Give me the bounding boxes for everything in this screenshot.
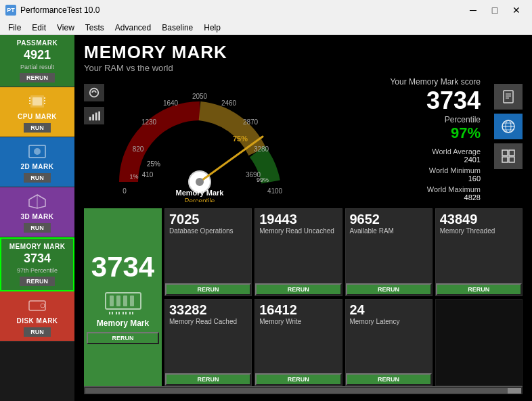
menu-edit[interactable]: Edit (26, 22, 51, 34)
export-icon-button[interactable] (494, 84, 523, 110)
scrollbar-thumb[interactable] (508, 388, 521, 394)
svg-text:75%: 75% (233, 135, 248, 143)
3d-icon (24, 191, 51, 212)
2d-label: 2D MARK (20, 163, 53, 170)
main-tile-label: Memory Mark (97, 319, 149, 328)
svg-point-9 (34, 148, 41, 155)
gauge-container: 0 410 820 1230 1640 2050 2460 2870 (115, 77, 284, 199)
memory-score: 3734 (24, 252, 51, 266)
svg-rect-47 (502, 150, 508, 156)
tile-mem-read-cached-rerun[interactable]: RERUN (165, 373, 251, 385)
disk-run-button[interactable]: RUN (24, 327, 51, 337)
svg-rect-1 (32, 97, 42, 105)
tile-mem-latency-rerun[interactable]: RERUN (346, 373, 432, 385)
grid-icon-button[interactable] (494, 143, 523, 169)
svg-text:3280: 3280 (254, 145, 269, 153)
passmark-rerun-button[interactable]: RERUN (20, 73, 55, 82)
tile-mem-read-uncached: 19443 Memory Read Uncached RERUN (254, 208, 342, 296)
sidebar-item-2d[interactable]: 2D MARK RUN (0, 137, 74, 187)
2d-icon (24, 141, 51, 162)
sidebar-item-disk[interactable]: DISK MARK RUN (0, 291, 74, 341)
tile-mem-read-cached: 33282 Memory Read Cached RERUN (164, 299, 252, 387)
tile-mem-threaded: 43849 Memory Threaded RERUN (435, 208, 523, 296)
title-bar-controls: ─ □ ✕ (463, 3, 527, 17)
svg-rect-48 (509, 150, 514, 156)
page-header: MEMORY MARK Your RAM vs the world (84, 42, 523, 73)
scrollbar-track[interactable] (85, 388, 521, 394)
speedometer-icon-button[interactable] (84, 84, 104, 101)
tile-available-ram-name: Available RAM (350, 227, 428, 235)
menu-help[interactable]: Help (198, 22, 226, 34)
tile-mem-write-rerun[interactable]: RERUN (255, 373, 341, 385)
main-memory-tile: 3734 (84, 208, 162, 386)
tile-mem-threaded-rerun[interactable]: RERUN (436, 283, 522, 296)
menu-view[interactable]: View (51, 22, 80, 34)
tile-mem-write: 16412 Memory Write RERUN (254, 299, 342, 387)
svg-text:Memory Mark: Memory Mark (176, 189, 225, 197)
3d-label: 3D MARK (20, 213, 53, 220)
svg-rect-16 (95, 113, 97, 121)
tile-database-ops-rerun[interactable]: RERUN (165, 283, 251, 296)
tile-available-ram-rerun[interactable]: RERUN (346, 283, 432, 296)
minimize-button[interactable]: ─ (463, 3, 483, 17)
middle-section: 0 410 820 1230 1640 2050 2460 2870 (84, 77, 523, 202)
svg-rect-55 (130, 296, 134, 306)
svg-rect-53 (116, 296, 120, 306)
svg-point-35 (196, 178, 204, 186)
svg-text:820: 820 (133, 145, 144, 153)
chart-icon-button[interactable] (84, 107, 104, 124)
maximize-button[interactable]: □ (485, 3, 505, 17)
close-button[interactable]: ✕ (506, 3, 527, 17)
tile-database-ops-name: Database Operations (169, 227, 247, 235)
sidebar-item-cpu[interactable]: CPU MARK RUN (0, 87, 74, 137)
menu-advanced[interactable]: Advanced (110, 22, 156, 34)
menu-bar: File Edit View Tests Advanced Baseline H… (0, 20, 532, 35)
3d-run-button[interactable]: RUN (24, 223, 51, 233)
tile-mem-read-cached-name: Memory Read Cached (169, 318, 247, 325)
cpu-icon (24, 91, 51, 112)
menu-file[interactable]: File (3, 22, 26, 34)
tile-mem-write-value: 16412 (259, 302, 337, 318)
scrollbar-area (84, 386, 523, 394)
svg-text:2870: 2870 (243, 118, 259, 126)
sidebar-item-memory[interactable]: MEMORY MARK 3734 97th Percentile RERUN (0, 237, 74, 291)
tile-mem-read-uncached-value: 19443 (259, 212, 337, 227)
sub-tiles-grid: 7025 Database Operations RERUN 19443 Mem… (164, 208, 523, 386)
2d-run-button[interactable]: RUN (24, 173, 51, 183)
svg-text:1230: 1230 (141, 118, 157, 126)
main-tile-rerun-button[interactable]: RERUN (87, 332, 159, 344)
svg-text:2460: 2460 (221, 99, 237, 107)
svg-text:1%: 1% (129, 173, 138, 180)
svg-rect-17 (98, 112, 100, 121)
svg-rect-38 (504, 91, 513, 103)
app-title: PerformanceTest 10.0 (20, 5, 99, 15)
menu-baseline[interactable]: Baseline (156, 22, 198, 34)
tile-mem-threaded-name: Memory Threaded (440, 227, 518, 235)
sidebar-item-3d[interactable]: 3D MARK RUN (0, 187, 74, 237)
menu-tests[interactable]: Tests (80, 22, 110, 34)
globe-icon-button[interactable] (494, 114, 523, 139)
stats-panel: Your Memory Mark score 3734 Percentile 9… (291, 77, 487, 202)
title-bar: PT PerformanceTest 10.0 ─ □ ✕ (0, 0, 532, 20)
tiles-section: 3734 (84, 208, 523, 386)
page-subtitle: Your RAM vs the world (84, 63, 523, 73)
tile-mem-write-name: Memory Write (259, 318, 337, 325)
page-title: MEMORY MARK (84, 42, 523, 63)
tile-mem-threaded-value: 43849 (440, 212, 518, 227)
svg-rect-14 (89, 117, 91, 120)
tile-mem-read-uncached-rerun[interactable]: RERUN (255, 283, 341, 296)
sidebar: PASSMARK 4921 Partial result RERUN CPU M… (0, 35, 74, 401)
memory-rerun-button[interactable]: RERUN (20, 277, 55, 286)
memory-mark-score: 3734 (298, 87, 481, 115)
world-minimum-label: World Minimum (298, 166, 481, 174)
tile-available-ram: 9652 Available RAM RERUN (345, 208, 433, 296)
tile-mem-latency-name: Memory Latency (350, 318, 428, 325)
ram-icon (103, 287, 143, 314)
cpu-run-button[interactable]: RUN (24, 123, 51, 133)
svg-rect-52 (110, 296, 114, 306)
sidebar-item-passmark[interactable]: PASSMARK 4921 Partial result RERUN (0, 35, 74, 87)
content-area: MEMORY MARK Your RAM vs the world (74, 35, 532, 401)
tile-mem-latency-value: 24 (350, 302, 428, 318)
memory-sub: 97th Percentile (17, 267, 58, 274)
disk-icon (24, 296, 51, 316)
